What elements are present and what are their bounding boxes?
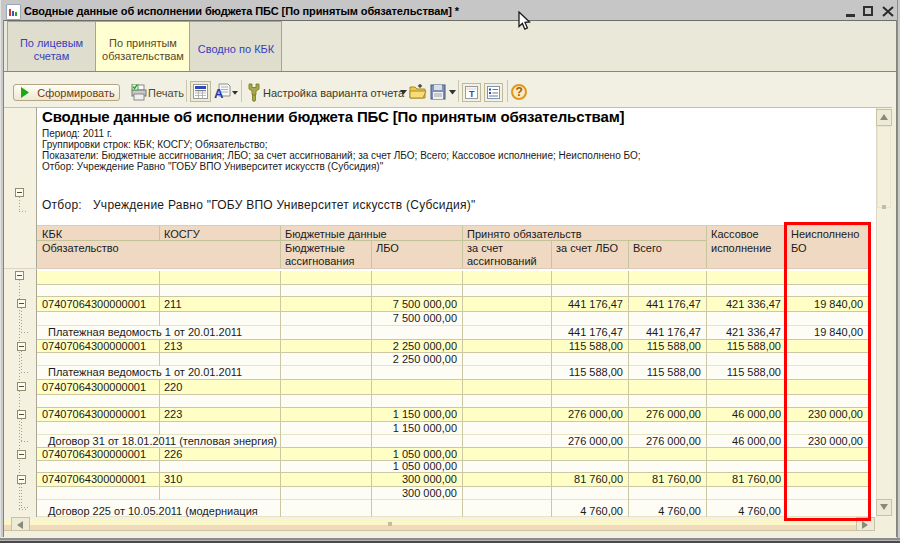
svg-text:T: T xyxy=(469,89,475,99)
svg-text:A: A xyxy=(214,86,224,101)
